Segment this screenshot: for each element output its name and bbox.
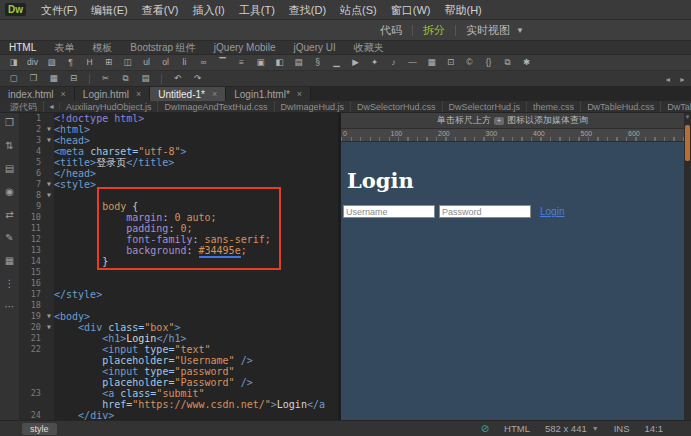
menu-item-6[interactable]: 站点(S) xyxy=(333,4,384,16)
insert-article-icon[interactable]: ▤ xyxy=(291,56,306,69)
insert-tab-0[interactable]: HTML xyxy=(9,41,36,55)
insert-character-icon[interactable]: © xyxy=(462,56,477,69)
split-view-button[interactable]: 拆分 xyxy=(413,23,455,38)
menu-item-1[interactable]: 编辑(E) xyxy=(84,4,135,16)
menu-item-5[interactable]: 查找(D) xyxy=(282,4,333,16)
print-icon[interactable]: ⊟ xyxy=(66,72,81,85)
undo-icon[interactable]: ↶ xyxy=(170,72,185,85)
insert-template-icon[interactable]: ⧉ xyxy=(500,56,515,69)
related-file-4[interactable]: DwSelectorHud.js xyxy=(443,101,528,113)
window-size-label[interactable]: 582 x 441 xyxy=(545,423,587,434)
live-view-dropdown-icon[interactable]: ▼ xyxy=(516,26,524,35)
scrollbar-handle[interactable] xyxy=(685,125,690,161)
live-view-button[interactable]: 实时视图 xyxy=(456,23,520,38)
open-documents-icon[interactable]: ❐ xyxy=(5,118,14,128)
format-source-icon[interactable]: ⇄ xyxy=(5,210,13,220)
code-editor[interactable]: 1<!doctype html>2▼<html>3▼<head>4<meta c… xyxy=(20,113,338,420)
doc-tab-2[interactable]: Untitled-1*× xyxy=(150,87,226,101)
insert-canvas-icon[interactable]: ✦ xyxy=(367,56,382,69)
toolbar-scroll-right-icon[interactable]: ► xyxy=(679,76,686,83)
insert-table-icon[interactable]: ⊞ xyxy=(101,56,116,69)
insert-footer-icon[interactable]: ▁ xyxy=(329,56,344,69)
redo-icon[interactable]: ↷ xyxy=(190,72,205,85)
lint-status-icon[interactable]: ⊘ xyxy=(481,423,489,434)
insert-comment-icon[interactable]: ✱ xyxy=(519,56,534,69)
insert-tab-6[interactable]: 收藏夹 xyxy=(354,41,384,55)
cut-icon[interactable]: ✂ xyxy=(98,72,113,85)
menu-item-2[interactable]: 查看(V) xyxy=(135,4,186,16)
insert-tab-3[interactable]: Bootstrap 组件 xyxy=(130,41,196,55)
menu-item-3[interactable]: 插入(I) xyxy=(185,4,231,16)
login-link[interactable]: Login xyxy=(540,206,564,217)
insert-tab-2[interactable]: 模板 xyxy=(92,41,112,55)
insert-header-icon[interactable]: ▔ xyxy=(215,56,230,69)
insert-iframe-icon[interactable]: ⊡ xyxy=(443,56,458,69)
scrollbar-up-icon[interactable]: ▼ xyxy=(684,114,691,120)
doc-type-label[interactable]: HTML xyxy=(504,423,530,434)
menu-item-8[interactable]: 帮助(H) xyxy=(438,4,489,16)
insert-heading-icon[interactable]: H xyxy=(82,56,97,69)
save-icon[interactable]: ▦ xyxy=(46,72,61,85)
insert-video-icon[interactable]: ▶ xyxy=(348,56,363,69)
insert-hr-icon[interactable]: — xyxy=(405,56,420,69)
menu-item-7[interactable]: 窗口(W) xyxy=(384,4,438,16)
insert-section-icon[interactable]: § xyxy=(310,56,325,69)
insert-hyperlink-icon[interactable]: ∞ xyxy=(196,56,211,69)
apply-comment-icon[interactable]: ✎ xyxy=(5,233,13,243)
insert-main-icon[interactable]: ▣ xyxy=(253,56,268,69)
recent-snippets-icon[interactable]: ⋮ xyxy=(5,279,15,289)
live-code-icon[interactable]: ▤ xyxy=(5,164,14,174)
code-view-button[interactable]: 代码 xyxy=(370,23,412,38)
insert-date-icon[interactable]: ▦ xyxy=(424,56,439,69)
window-size-dropdown-icon[interactable]: ▼ xyxy=(592,425,599,432)
password-input[interactable] xyxy=(439,205,531,218)
related-file-3[interactable]: DwSelectorHud.css xyxy=(351,101,443,113)
menu-item-0[interactable]: 文件(F) xyxy=(34,4,84,16)
customize-toolbar-icon[interactable]: ⋯ xyxy=(5,302,15,312)
related-file-7[interactable]: DwTableHud.js xyxy=(661,101,691,113)
related-file-0[interactable]: AuxiliaryHudObject.js xyxy=(60,101,159,113)
insert-div-icon[interactable]: div xyxy=(25,56,40,69)
related-files-scroll-left-icon[interactable]: ◄ xyxy=(44,103,60,110)
insert-aside-icon[interactable]: ◧ xyxy=(272,56,287,69)
copy-icon[interactable]: ⧉ xyxy=(118,72,133,85)
doc-tab-3[interactable]: Login1.html*× xyxy=(226,87,311,101)
related-file-6[interactable]: DwTableHud.css xyxy=(581,101,661,113)
file-management-icon[interactable]: ⇅ xyxy=(5,141,13,151)
insert-script-icon[interactable]: {} xyxy=(481,56,496,69)
insert-ordered-list-icon[interactable]: ol xyxy=(158,56,173,69)
insert-tab-1[interactable]: 表单 xyxy=(54,41,74,55)
username-input[interactable] xyxy=(343,205,435,218)
close-tab-icon[interactable]: × xyxy=(136,89,141,99)
related-file-1[interactable]: DwImageAndTextHud.css xyxy=(158,101,274,113)
live-page[interactable]: Login Login xyxy=(341,142,684,420)
add-media-query-icon[interactable]: + xyxy=(494,117,504,125)
menu-item-4[interactable]: 工具(T) xyxy=(232,4,282,16)
close-tab-icon[interactable]: × xyxy=(297,89,302,99)
paste-icon[interactable]: ▤ xyxy=(138,72,153,85)
insert-navigation-icon[interactable]: ≡ xyxy=(234,56,249,69)
insert-tab-4[interactable]: jQuery Mobile xyxy=(214,41,276,55)
close-tab-icon[interactable]: × xyxy=(61,89,66,99)
insert-paragraph-icon[interactable]: ¶ xyxy=(63,56,78,69)
insert-tab-5[interactable]: jQuery UI xyxy=(294,41,336,55)
toolbar-scroll-left-icon[interactable]: ◄ xyxy=(664,76,671,83)
insert-list-item-icon[interactable]: li xyxy=(177,56,192,69)
live-view-scrollbar[interactable]: ▼ xyxy=(684,113,691,420)
insert-audio-icon[interactable]: ♪ xyxy=(386,56,401,69)
insert-meta-icon[interactable]: ◨ xyxy=(6,56,21,69)
doc-tab-1[interactable]: Login.html× xyxy=(75,87,150,101)
inspect-icon[interactable]: ◉ xyxy=(5,187,14,197)
doc-tab-0[interactable]: index.html× xyxy=(0,87,75,101)
close-tab-icon[interactable]: × xyxy=(212,89,217,99)
related-file-source[interactable]: 源代码 xyxy=(4,101,44,113)
insert-figure-icon[interactable]: ◫ xyxy=(120,56,135,69)
open-file-icon[interactable]: ❒ xyxy=(26,72,41,85)
tag-selector-style[interactable]: style xyxy=(22,423,57,435)
related-file-5[interactable]: theme.css xyxy=(527,101,581,113)
new-file-icon[interactable]: ▢ xyxy=(6,72,21,85)
wrap-tag-icon[interactable]: ▦ xyxy=(5,256,14,266)
app-logo[interactable]: Dw xyxy=(5,3,26,16)
insert-unordered-list-icon[interactable]: ul xyxy=(139,56,154,69)
insert-image-icon[interactable]: ▨ xyxy=(44,56,59,69)
